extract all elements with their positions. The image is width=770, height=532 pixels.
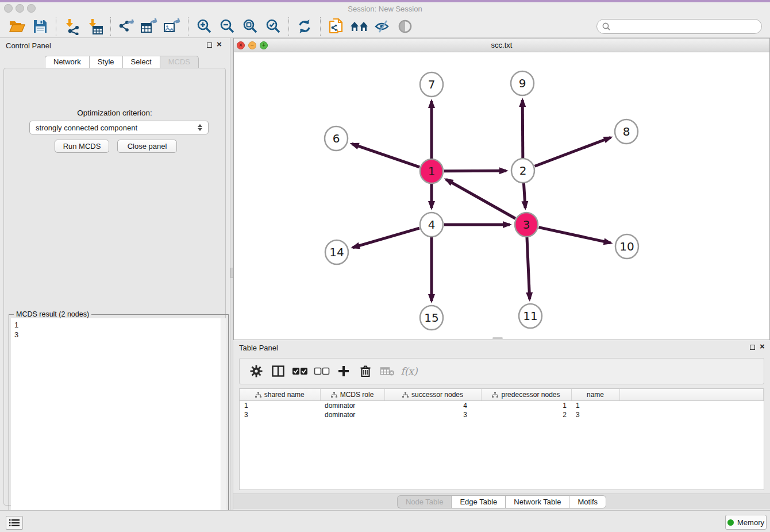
svg-text:6: 6 — [333, 132, 340, 145]
cell-successor-nodes[interactable]: 3 — [384, 410, 481, 419]
result-scrollbar[interactable] — [221, 318, 226, 532]
close-panel-button[interactable]: Close panel — [117, 140, 177, 153]
add-column-icon[interactable] — [333, 361, 355, 381]
control-panel-tabs: Network Style Select MCDS — [45, 56, 199, 68]
column-label: successor nodes — [411, 391, 463, 399]
export-image-icon[interactable] — [161, 17, 184, 36]
home-pair-icon[interactable] — [348, 17, 371, 36]
show-panels-menu-button[interactable] — [6, 516, 23, 530]
graph-edge-3-1[interactable] — [446, 179, 515, 218]
control-panel-title: Control Panel — [6, 41, 51, 50]
column-header-mcds-role[interactable]: MCDS role — [320, 389, 384, 401]
cell-predecessor-nodes[interactable]: 1 — [481, 401, 571, 411]
graph-node-4[interactable]: 4 — [420, 213, 443, 237]
graph-node-8[interactable]: 8 — [615, 119, 638, 144]
list-icon — [9, 519, 20, 527]
column-header-predecessor-nodes[interactable]: predecessor nodes — [481, 389, 571, 401]
tab-motifs[interactable]: Motifs — [569, 495, 606, 508]
column-header-shared-name[interactable]: shared name — [240, 389, 320, 401]
tab-node-table[interactable]: Node Table — [397, 495, 452, 508]
close-table-panel-icon[interactable]: × — [760, 342, 765, 351]
search-input[interactable] — [611, 21, 757, 31]
zoom-out-icon[interactable] — [215, 17, 238, 36]
delete-column-icon[interactable] — [355, 361, 376, 381]
status-bar: Memory — [0, 510, 770, 532]
export-table-icon[interactable] — [138, 17, 161, 36]
toolbar-separator — [110, 17, 111, 36]
hide-panel-icon[interactable] — [371, 17, 394, 36]
node-table: shared name MCDS role successor nodes pr… — [239, 388, 764, 490]
cell-mcds-role[interactable]: dominator — [320, 410, 384, 419]
graph-node-1[interactable]: 1 — [420, 159, 443, 183]
network-canvas[interactable]: 7968124314101511 — [234, 52, 769, 340]
save-session-icon[interactable] — [29, 17, 52, 36]
select-all-icon[interactable] — [289, 361, 311, 381]
import-network-icon[interactable] — [60, 17, 83, 36]
tab-select[interactable]: Select — [122, 56, 160, 68]
table-panel-title: Table Panel — [239, 344, 278, 352]
graph-node-6[interactable]: 6 — [325, 126, 348, 151]
graph-node-11[interactable]: 11 — [519, 304, 542, 328]
apply-layout-icon[interactable] — [293, 17, 316, 36]
export-network-icon[interactable] — [115, 17, 138, 36]
deselect-all-icon[interactable] — [311, 361, 333, 381]
graph-edge-2-8[interactable] — [535, 137, 611, 166]
tab-style[interactable]: Style — [89, 56, 122, 68]
graph-edge-1-2[interactable] — [444, 171, 506, 171]
graph-edge-2-9[interactable] — [522, 100, 523, 158]
graph-edge-4-14[interactable] — [353, 228, 419, 248]
cell-predecessor-nodes[interactable]: 2 — [481, 410, 571, 419]
zoom-selected-icon[interactable] — [261, 17, 284, 36]
lens-icon[interactable] — [394, 17, 417, 36]
graph-edge-3-10[interactable] — [538, 228, 610, 243]
open-file-icon[interactable] — [6, 17, 29, 36]
graph-node-14[interactable]: 14 — [325, 240, 348, 264]
import-table-icon[interactable] — [83, 17, 106, 36]
graph-edge-2-3[interactable] — [523, 183, 525, 208]
graph-node-2[interactable]: 2 — [511, 159, 534, 183]
criterion-dropdown[interactable]: strongly connected component — [29, 121, 209, 134]
copy-network-icon[interactable] — [325, 17, 348, 36]
delete-table-icon[interactable] — [376, 361, 398, 381]
cell-shared-name[interactable]: 3 — [240, 410, 320, 419]
mcds-result-text[interactable]: 1 3 — [11, 318, 221, 532]
function-builder-icon[interactable]: f(x) — [398, 361, 420, 381]
svg-text:9: 9 — [519, 76, 526, 90]
svg-text:11: 11 — [523, 309, 537, 323]
graph-edge-1-6[interactable] — [352, 144, 419, 167]
memory-button[interactable]: Memory — [725, 515, 767, 530]
graph-node-9[interactable]: 9 — [511, 71, 534, 95]
gear-icon[interactable] — [245, 361, 267, 381]
graph-edge-3-11[interactable] — [527, 237, 530, 299]
float-table-panel-icon[interactable] — [750, 345, 755, 350]
graph-node-7[interactable]: 7 — [420, 72, 443, 97]
cell-name[interactable]: 3 — [571, 410, 619, 419]
tab-network-table[interactable]: Network Table — [505, 495, 569, 508]
run-mcds-button[interactable]: Run MCDS — [55, 140, 109, 153]
tab-mcds[interactable]: MCDS — [160, 56, 199, 68]
cell-shared-name[interactable]: 1 — [240, 401, 320, 411]
graph-node-15[interactable]: 15 — [420, 306, 443, 330]
graph-node-10[interactable]: 10 — [615, 234, 638, 259]
search-box[interactable] — [596, 19, 762, 34]
close-panel-icon[interactable]: × — [217, 40, 222, 49]
table-row[interactable]: 1 dominator 4 1 1 — [240, 401, 764, 411]
cell-name[interactable]: 1 — [571, 401, 619, 411]
table-row[interactable]: 3 dominator 3 2 3 — [240, 410, 764, 419]
cell-mcds-role[interactable]: dominator — [320, 401, 384, 411]
network-view-titlebar[interactable]: × − + scc.txt — [234, 38, 769, 52]
tab-network[interactable]: Network — [45, 56, 89, 68]
float-panel-icon[interactable] — [207, 43, 212, 48]
cell-successor-nodes[interactable]: 4 — [384, 401, 481, 411]
network-bottom-grip[interactable] — [492, 337, 503, 339]
tab-edge-table[interactable]: Edge Table — [451, 495, 505, 508]
column-header-successor-nodes[interactable]: successor nodes — [384, 389, 481, 401]
zoom-in-icon[interactable] — [192, 17, 215, 36]
zoom-fit-icon[interactable] — [238, 17, 261, 36]
graph-node-3[interactable]: 3 — [515, 213, 538, 237]
column-header-name[interactable]: name — [571, 389, 619, 401]
columns-icon[interactable] — [267, 361, 289, 381]
control-panel: Control Panel × Network Style Select MCD… — [0, 38, 230, 510]
network-view-window: × − + scc.txt 7968124314101511 — [233, 38, 770, 340]
toolbar-separator — [188, 17, 188, 36]
